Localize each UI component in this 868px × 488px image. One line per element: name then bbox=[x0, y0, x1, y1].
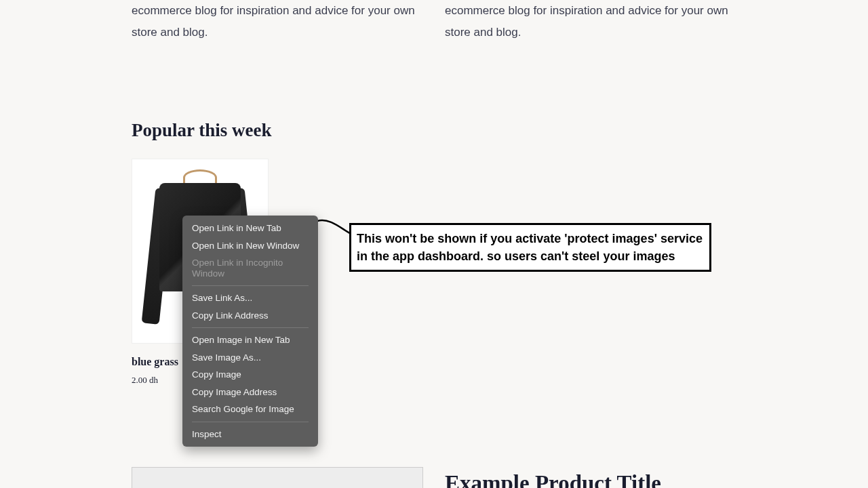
menu-separator bbox=[192, 327, 309, 328]
menu-item-save-image-as[interactable]: Save Image As... bbox=[182, 349, 318, 367]
menu-item-copy-image-address[interactable]: Copy Image Address bbox=[182, 384, 318, 401]
menu-separator bbox=[192, 285, 309, 286]
menu-item-open-link-new-window[interactable]: Open Link in New Window bbox=[182, 237, 318, 255]
menu-separator bbox=[192, 422, 309, 422]
menu-item-open-image-new-tab[interactable]: Open Image in New Tab bbox=[182, 331, 318, 349]
menu-item-open-link-incognito: Open Link in Incognito Window bbox=[182, 254, 318, 282]
menu-item-save-link-as[interactable]: Save Link As... bbox=[182, 289, 318, 307]
menu-item-open-link-new-tab[interactable]: Open Link in New Tab bbox=[182, 220, 318, 237]
example-product-title: Example Product Title bbox=[445, 471, 661, 488]
popular-this-week-heading: Popular this week bbox=[132, 120, 736, 141]
menu-item-copy-link-address[interactable]: Copy Link Address bbox=[182, 307, 318, 325]
example-product-image[interactable] bbox=[132, 467, 423, 488]
annotation-callout: This won't be shown if you activate 'pro… bbox=[349, 223, 711, 272]
context-menu: Open Link in New Tab Open Link in New Wi… bbox=[182, 216, 318, 447]
menu-item-search-google-image[interactable]: Search Google for Image bbox=[182, 401, 318, 418]
menu-item-copy-image[interactable]: Copy Image bbox=[182, 366, 318, 384]
blog-text-right: ecommerce blog for inspiration and advic… bbox=[445, 0, 736, 44]
blog-text-left: ecommerce blog for inspiration and advic… bbox=[132, 0, 423, 44]
menu-item-inspect[interactable]: Inspect bbox=[182, 426, 318, 443]
